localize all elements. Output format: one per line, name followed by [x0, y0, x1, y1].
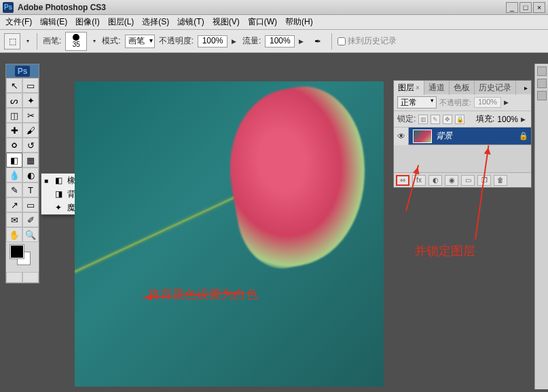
layer-row[interactable]: 👁 背景 🔒: [394, 128, 531, 145]
fill-input[interactable]: 100%: [497, 115, 518, 124]
shape-tool[interactable]: ▭: [22, 197, 39, 212]
eraser-icon: ◧: [53, 176, 64, 185]
separator: [37, 33, 37, 50]
dock-well[interactable]: [537, 66, 547, 76]
layer-opacity-input[interactable]: 100%: [474, 97, 501, 108]
toolbox: Ps ↖ ▭ ᔕ ✦ ◫ ✂ ✚ 🖌 ⭘ ↺ ◧ ▦ 💧 ◐ ✎ T ↗ ▭ ✉…: [5, 64, 39, 283]
dock-well[interactable]: [537, 79, 547, 88]
dock-well[interactable]: [537, 91, 547, 100]
group-icon[interactable]: ▭: [461, 175, 475, 186]
opacity-flyout[interactable]: ▶: [232, 38, 238, 45]
panel-tabs: 图层× 通道 色板 历史记录 ▸: [394, 81, 531, 94]
layer-thumbnail[interactable]: [413, 130, 432, 143]
path-tool[interactable]: ↗: [6, 197, 22, 212]
toolbox-header[interactable]: Ps: [6, 64, 39, 78]
type-tool[interactable]: T: [22, 182, 39, 197]
layer-name[interactable]: 背景: [436, 130, 519, 142]
stamp-tool[interactable]: ⭘: [6, 138, 22, 153]
erase-history-checkbox[interactable]: [337, 37, 346, 45]
quickmask-mode-icon[interactable]: [22, 272, 39, 283]
flow-input[interactable]: 100%: [265, 35, 295, 47]
minimize-button[interactable]: _: [506, 2, 518, 13]
tab-history[interactable]: 历史记录: [475, 81, 516, 95]
hand-tool[interactable]: ✋: [6, 227, 22, 242]
dodge-tool[interactable]: ◐: [22, 168, 39, 182]
eyedropper-tool[interactable]: ✐: [22, 212, 39, 227]
lock-position-icon[interactable]: ✥: [443, 115, 452, 124]
new-layer-icon[interactable]: ❐: [477, 175, 491, 186]
gradient-tool[interactable]: ▦: [22, 153, 39, 168]
opacity-label: 不透明度:: [159, 35, 194, 47]
heal-tool[interactable]: ✚: [6, 123, 22, 138]
mode-select[interactable]: 画笔: [125, 35, 155, 48]
standard-mode-icon[interactable]: [6, 272, 22, 283]
color-swatch[interactable]: [9, 245, 36, 269]
slice-tool[interactable]: ✂: [22, 108, 39, 123]
layer-empty: [394, 145, 531, 172]
eraser-tool-icon[interactable]: ⬚: [4, 33, 20, 50]
menu-window[interactable]: 窗口(W): [244, 14, 281, 30]
adjust-icon[interactable]: ◉: [445, 175, 458, 186]
mask-icon[interactable]: ◐: [428, 175, 442, 186]
menu-filter[interactable]: 滤镜(T): [173, 14, 208, 30]
fx-icon[interactable]: fx: [412, 175, 426, 186]
title-bar: Ps Adobe Photoshop CS3 _ □ ×: [0, 0, 548, 15]
airbrush-icon[interactable]: ✒: [310, 33, 326, 50]
eraser-tool[interactable]: ◧: [6, 153, 22, 168]
tab-layers[interactable]: 图层×: [394, 81, 424, 95]
maximize-button[interactable]: □: [519, 2, 532, 13]
layer-opacity-label: 不透明度:: [439, 98, 471, 108]
blend-mode-select[interactable]: 正常: [397, 96, 437, 109]
link-layers-icon[interactable]: ⇔: [396, 175, 409, 186]
menu-layer[interactable]: 图层(L): [104, 14, 139, 30]
history-brush-tool[interactable]: ↺: [22, 138, 39, 153]
menu-help[interactable]: 帮助(H): [281, 14, 317, 30]
close-button[interactable]: ×: [533, 2, 545, 13]
menu-view[interactable]: 视图(V): [208, 14, 244, 30]
fill-arrow[interactable]: ▶: [521, 116, 528, 123]
erase-history-label: 抹到历史记录: [348, 35, 397, 47]
brush-dropdown[interactable]: ▾: [91, 33, 98, 50]
zoom-tool[interactable]: 🔍: [22, 227, 39, 242]
tab-channels[interactable]: 通道: [424, 81, 450, 95]
wand-tool[interactable]: ✦: [22, 93, 39, 108]
options-bar: ⬚ ▾ 画笔: 35 ▾ 模式: 画笔 不透明度: 100% ▶ 流量: 100…: [0, 30, 548, 53]
panel-menu-icon[interactable]: ▸: [520, 84, 531, 92]
menu-file[interactable]: 文件(F): [1, 14, 36, 30]
marquee-tool[interactable]: ▭: [22, 78, 39, 93]
opacity-input[interactable]: 100%: [198, 35, 227, 47]
move-tool[interactable]: ↖: [6, 78, 22, 93]
foreground-color[interactable]: [10, 245, 24, 258]
trash-icon[interactable]: 🗑: [494, 175, 507, 186]
lock-all-icon[interactable]: 🔒: [455, 115, 464, 124]
menu-select[interactable]: 选择(S): [138, 14, 173, 30]
lock-transparent-icon[interactable]: ▥: [418, 115, 428, 124]
tool-preset-dropdown[interactable]: ▾: [24, 33, 31, 50]
crop-tool[interactable]: ◫: [6, 108, 22, 123]
mode-label: 模式:: [102, 35, 120, 47]
brush-picker[interactable]: 35: [65, 32, 87, 51]
brush-label: 画笔:: [43, 35, 61, 47]
layers-footer: ⇔ fx ◐ ◉ ▭ ❐ 🗑: [394, 172, 531, 187]
image-leaf: [217, 81, 381, 275]
pen-tool[interactable]: ✎: [6, 182, 22, 197]
canvas[interactable]: [75, 81, 384, 387]
bg-eraser-icon: ◨: [53, 189, 64, 199]
brush-preview-icon: [73, 34, 79, 41]
flow-flyout[interactable]: ▶: [299, 38, 306, 45]
menu-image[interactable]: 图像(I): [71, 14, 103, 30]
lasso-tool[interactable]: ᔕ: [6, 93, 22, 108]
erase-to-history-check[interactable]: 抹到历史记录: [337, 35, 397, 47]
opacity-arrow[interactable]: ▶: [504, 99, 511, 106]
brush-tool[interactable]: 🖌: [22, 123, 39, 138]
app-title: Adobe Photoshop CS3: [18, 3, 505, 12]
blur-tool[interactable]: 💧: [6, 168, 22, 182]
tab-swatches[interactable]: 色板: [450, 81, 475, 95]
layer-lock-icon: 🔒: [519, 132, 531, 140]
fill-label: 填充:: [476, 113, 494, 125]
lock-pixels-icon[interactable]: ✎: [431, 115, 440, 124]
menu-edit[interactable]: 编辑(E): [36, 14, 71, 30]
notes-tool[interactable]: ✉: [6, 212, 22, 227]
visibility-icon[interactable]: 👁: [394, 128, 409, 145]
lock-label: 锁定:: [397, 113, 416, 125]
